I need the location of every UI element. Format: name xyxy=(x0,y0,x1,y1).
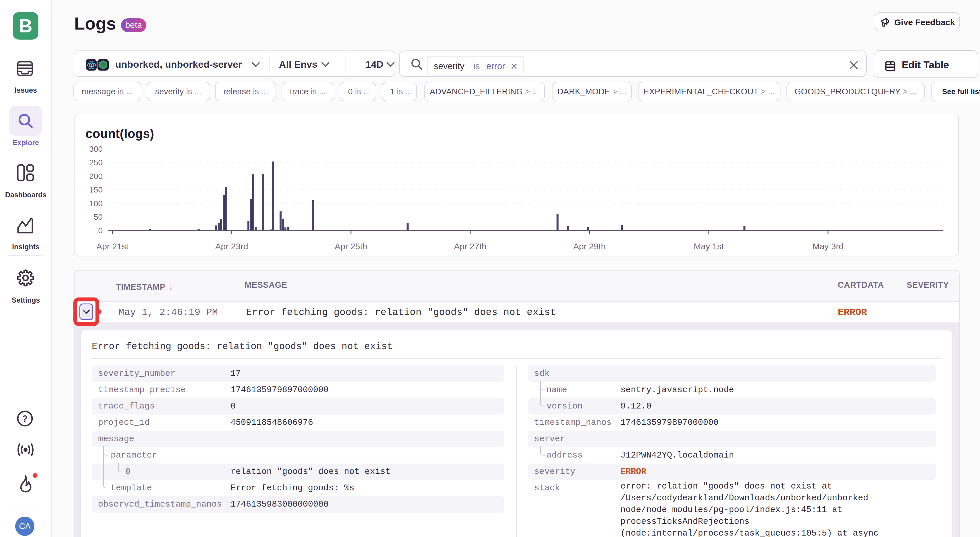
svg-text:Apr 29th: Apr 29th xyxy=(573,242,606,251)
svg-text:150: 150 xyxy=(89,185,103,194)
svg-text:50: 50 xyxy=(94,213,103,221)
svg-text:May 1st: May 1st xyxy=(694,242,724,251)
svg-text:Apr 25th: Apr 25th xyxy=(335,242,367,251)
svg-text:100: 100 xyxy=(89,199,103,208)
svg-text:250: 250 xyxy=(89,158,103,167)
svg-text:200: 200 xyxy=(89,172,103,181)
svg-text:Apr 21st: Apr 21st xyxy=(96,242,129,251)
svg-text:?: ? xyxy=(22,413,28,424)
svg-text:0: 0 xyxy=(98,226,103,235)
svg-text:300: 300 xyxy=(89,145,103,153)
svg-text:Apr 23rd: Apr 23rd xyxy=(215,242,248,251)
svg-text:May 3rd: May 3rd xyxy=(813,242,843,251)
svg-text:Apr 27th: Apr 27th xyxy=(454,242,486,251)
